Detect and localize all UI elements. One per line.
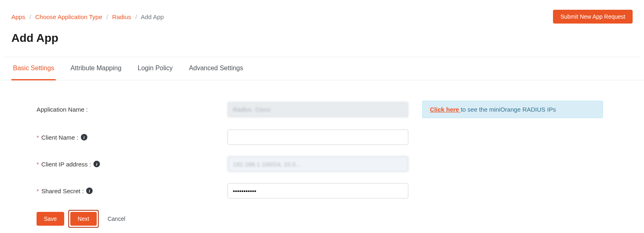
breadcrumb: Apps / Choose Application Type / Radius …	[11, 13, 164, 20]
next-button-highlight: Next	[68, 210, 99, 228]
client-name-label: *Client Name : i	[37, 134, 228, 141]
client-ip-input[interactable]	[228, 156, 408, 172]
tab-basic-settings[interactable]: Basic Settings	[11, 57, 56, 80]
client-ip-label: *Client IP address : i	[37, 161, 228, 168]
breadcrumb-separator: /	[106, 13, 108, 20]
radius-ips-alert: Click here to see the miniOrange RADIUS …	[422, 101, 603, 118]
save-button[interactable]: Save	[37, 212, 64, 226]
info-icon[interactable]: i	[81, 134, 87, 140]
info-icon[interactable]: i	[93, 161, 100, 167]
breadcrumb-separator: /	[29, 13, 31, 20]
breadcrumb-current: Add App	[141, 13, 164, 20]
application-name-label: Application Name :	[37, 106, 228, 113]
required-marker: *	[37, 161, 39, 168]
tabs: Basic Settings Attribute Mapping Login P…	[0, 57, 644, 80]
form-actions: Save Next Cancel	[37, 210, 633, 228]
info-icon[interactable]: i	[86, 188, 93, 194]
cancel-button[interactable]: Cancel	[103, 212, 130, 226]
breadcrumb-choose-type[interactable]: Choose Application Type	[35, 13, 102, 20]
tab-login-policy[interactable]: Login Policy	[136, 57, 174, 80]
breadcrumb-apps[interactable]: Apps	[11, 13, 25, 20]
submit-new-app-button[interactable]: Submit New App Request	[553, 10, 633, 24]
alert-text: to see the miniOrange RADIUS IPs	[461, 106, 556, 113]
breadcrumb-radius[interactable]: Radius	[112, 13, 131, 20]
shared-secret-label: *Shared Secret : i	[37, 188, 228, 194]
tab-attribute-mapping[interactable]: Attribute Mapping	[69, 57, 123, 80]
shared-secret-input[interactable]	[228, 183, 408, 198]
required-marker: *	[37, 188, 39, 194]
breadcrumb-separator: /	[135, 13, 137, 20]
next-button[interactable]: Next	[70, 212, 97, 226]
tab-advanced-settings[interactable]: Advanced Settings	[187, 57, 245, 80]
page-title: Add App	[0, 24, 644, 57]
required-marker: *	[37, 134, 39, 141]
form-area: Application Name : Click here to see the…	[0, 80, 644, 233]
click-here-link[interactable]: Click here	[430, 106, 461, 113]
application-name-input	[228, 102, 408, 117]
client-name-input[interactable]	[228, 129, 408, 145]
